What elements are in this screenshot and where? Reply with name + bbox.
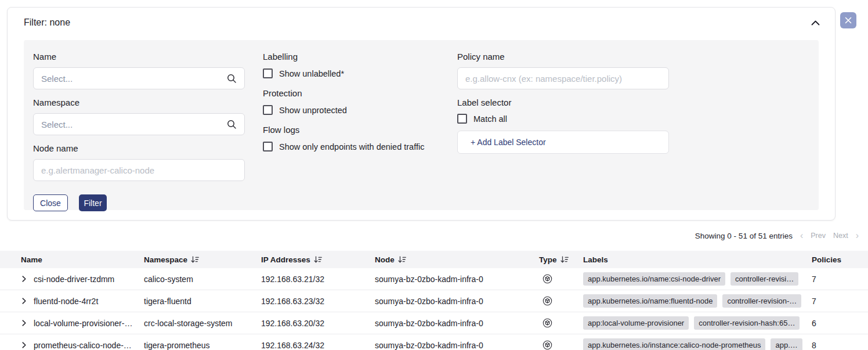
endpoint-namespace: calico-system [144, 275, 261, 284]
sort-icon [398, 256, 406, 264]
filter-section-heading: Flow logs [263, 125, 457, 135]
label-selector-heading: Label selector [457, 98, 669, 107]
namespace-select[interactable]: Select... [33, 113, 245, 135]
column-header-label: Node [375, 255, 395, 264]
dismiss-filter-button[interactable] [840, 12, 856, 28]
checkbox-label: Show unprotected [279, 106, 347, 115]
name-field-label: Name [33, 52, 245, 62]
endpoint-ip: 192.168.63.21/32 [261, 275, 375, 284]
pagination: Showing 0 - 51 of 51 entries ‹ Prev Next… [695, 230, 859, 241]
prev-page-link[interactable]: Prev [811, 232, 826, 240]
filter-form: Name Select... Namespace Select... Node … [24, 40, 819, 210]
add-label-selector-button[interactable]: + Add Label Selector [457, 131, 669, 154]
column-header: Labels [583, 255, 812, 264]
expand-row-icon[interactable] [21, 342, 27, 348]
column-header-label: Policies [812, 255, 841, 264]
close-icon [845, 17, 852, 24]
sort-icon [314, 256, 322, 264]
endpoint-labels: app:local-volume-provisionercontroller-r… [583, 316, 812, 330]
endpoint-labels: app.kubernetes.io/name:csi-node-driverco… [583, 272, 812, 286]
checkbox[interactable] [263, 105, 273, 115]
endpoint-name: csi-node-driver-tzdmm [34, 275, 114, 284]
label-chip: app.… [771, 338, 802, 350]
label-chip: app:local-volume-provisioner [583, 316, 689, 330]
table-row[interactable]: fluentd-node-4rr2t tigera-fluentd 192.16… [0, 290, 868, 312]
endpoint-namespace: tigera-fluentd [144, 297, 261, 306]
table-row[interactable]: local-volume-provisioner-… crc-local-sto… [0, 312, 868, 334]
chevron-up-icon [811, 20, 820, 26]
match-all-checkbox-row[interactable]: Match all [457, 114, 669, 124]
node-name-field-label: Node name [33, 143, 245, 153]
namespace-field-label: Namespace [33, 98, 245, 107]
table-header-row: Name Namespace IP Addresses Node Type La… [0, 251, 868, 268]
name-select-placeholder: Select... [41, 74, 227, 84]
column-header-label: Labels [583, 255, 608, 264]
prev-arrow-icon[interactable]: ‹ [800, 231, 803, 240]
pod-type-icon [542, 296, 552, 306]
match-all-checkbox[interactable] [457, 114, 467, 124]
endpoint-labels: app.kubernetes.io/instance:calico-node-p… [583, 338, 812, 350]
pod-type-icon [542, 340, 552, 350]
endpoint-policies-count: 7 [812, 275, 868, 284]
endpoint-policies-count: 6 [812, 319, 868, 328]
endpoint-namespace: crc-local-storage-system [144, 319, 261, 328]
column-header[interactable]: Node [375, 255, 539, 264]
next-arrow-icon[interactable]: › [856, 231, 859, 240]
label-chip: app.kubernetes.io/instance:calico-node-p… [583, 338, 765, 350]
label-chip: controller-revision-… [722, 294, 801, 308]
close-button[interactable]: Close [33, 194, 68, 211]
endpoint-node: soumya-bz-0zbo-kadm-infra-0 [375, 297, 539, 306]
endpoint-ip: 192.168.63.20/32 [261, 319, 375, 328]
filter-checkbox-row[interactable]: Show unprotected [263, 105, 457, 115]
pod-type-icon [542, 318, 552, 328]
endpoint-ip: 192.168.63.24/32 [261, 341, 375, 350]
endpoint-policies-count: 7 [812, 297, 868, 306]
endpoints-table: Name Namespace IP Addresses Node Type La… [0, 251, 868, 350]
endpoint-namespace: tigera-prometheus [144, 341, 261, 350]
table-body: csi-node-driver-tzdmm calico-system 192.… [0, 268, 868, 350]
column-header: Policies [812, 255, 868, 264]
checkbox[interactable] [263, 142, 273, 151]
expand-row-icon[interactable] [21, 276, 27, 282]
label-chip: app.kubernetes.io/name:csi-node-driver [583, 272, 725, 286]
expand-row-icon[interactable] [21, 320, 27, 326]
filter-panel-header: Filter: none [8, 8, 835, 28]
column-header[interactable]: Type [539, 255, 583, 264]
sort-icon [191, 256, 199, 264]
policy-name-input-wrap [457, 67, 669, 89]
endpoint-labels: app.kubernetes.io/name:fluentd-nodecontr… [583, 294, 812, 308]
filter-button[interactable]: Filter [79, 194, 107, 211]
table-row[interactable]: prometheus-calico-node-… tigera-promethe… [0, 334, 868, 350]
label-chip: controller-revision-hash:65… [694, 316, 800, 330]
match-all-label: Match all [473, 114, 507, 124]
search-icon [227, 74, 237, 84]
checkbox-groups: Labelling Show unlabelled* Protection Sh… [263, 52, 457, 201]
policy-name-field-label: Policy name [457, 52, 669, 62]
endpoint-node: soumya-bz-0zbo-kadm-infra-0 [375, 319, 539, 328]
expand-row-icon[interactable] [21, 298, 27, 304]
entries-summary: Showing 0 - 51 of 51 entries [695, 232, 793, 240]
endpoint-name: local-volume-provisioner-… [34, 319, 132, 328]
search-icon [227, 120, 237, 129]
checkbox[interactable] [263, 68, 273, 78]
name-select[interactable]: Select... [33, 67, 245, 89]
filter-panel: Filter: none Name Select... Namespace Se… [7, 7, 836, 221]
filter-checkbox-row[interactable]: Show unlabelled* [263, 68, 457, 78]
endpoint-name: prometheus-calico-node-… [34, 341, 132, 350]
column-header: Name [0, 255, 144, 264]
table-row[interactable]: csi-node-driver-tzdmm calico-system 192.… [0, 268, 868, 290]
collapse-panel-button[interactable] [811, 20, 820, 26]
column-header-label: Name [21, 255, 42, 264]
policy-name-input[interactable] [465, 74, 661, 84]
label-chip: controller-revisi… [730, 272, 798, 286]
column-header[interactable]: IP Addresses [261, 255, 375, 264]
endpoint-policies-count: 8 [812, 341, 868, 350]
filter-panel-title: Filter: none [24, 17, 70, 28]
column-header[interactable]: Namespace [144, 255, 261, 264]
filter-section-heading: Labelling [263, 52, 457, 62]
next-page-link[interactable]: Next [833, 232, 848, 240]
node-name-input[interactable] [41, 165, 237, 175]
filter-section-heading: Protection [263, 88, 457, 98]
checkbox-label: Show unlabelled* [279, 69, 344, 78]
filter-checkbox-row[interactable]: Show only endpoints with denied traffic [263, 142, 457, 151]
